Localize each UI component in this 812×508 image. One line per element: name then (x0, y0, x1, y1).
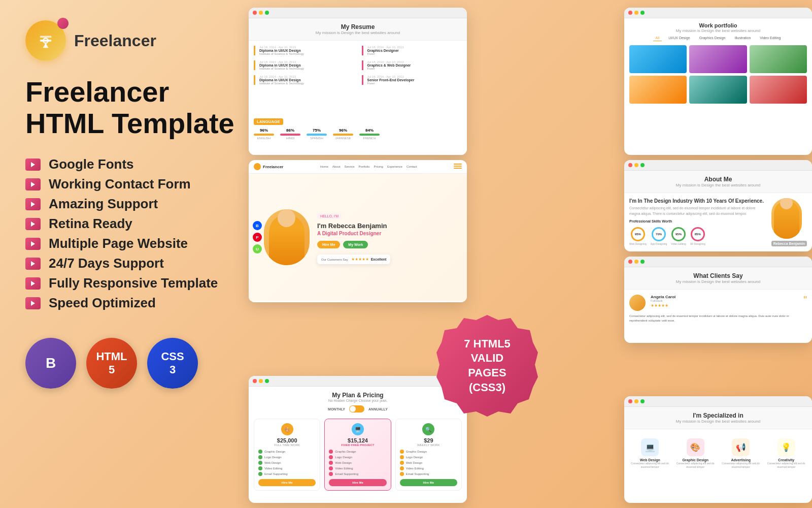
skills-circles: 95% Web Designing 70% App Designing 95% … (629, 227, 766, 245)
testimonial-text: Consectetur adipiscing elit, sed do eius… (629, 314, 807, 323)
hamburger-icon[interactable] (454, 164, 462, 170)
screenshot-testimonials: What Clients Say My mission is Design th… (624, 257, 812, 343)
hero-tag: HELLO, I'M (317, 213, 342, 219)
pricing-type-weekly: WEEKLY WORK (400, 443, 457, 447)
dot-green (640, 163, 645, 167)
testimonial-role: Fullstack (651, 299, 798, 302)
skill-ring-web: 95% (631, 227, 645, 241)
skill-3d-designing: 85% 3D Designing (690, 227, 705, 245)
screenshots-area: My Resume My mission is Design the best … (249, 0, 812, 508)
about-avatar (771, 198, 802, 239)
my-work-button[interactable]: My Work (343, 241, 368, 248)
timeline-item: Jul 18, 2014 - Apr 10, 2013 Diploma in U… (254, 46, 354, 55)
portfolio-tab-illustration[interactable]: Illustration (732, 35, 753, 41)
feature-bullet-contact (25, 178, 41, 190)
feature-item: Email Supporting (258, 472, 316, 476)
hire-me-btn-green[interactable]: Hire Me (400, 479, 457, 486)
html5-symbol: HTML (96, 350, 127, 363)
pricing-price-fixed: $15,124 (329, 437, 386, 443)
screenshot-about: About Me My mission is Design the best w… (624, 160, 812, 251)
feature-google-fonts: Google Fonts (25, 156, 259, 172)
hero-nav-links: Home About Service Portfolio Pricing Exp… (320, 165, 417, 168)
lang-french: 84% FRENCH (359, 128, 380, 140)
feature-label: Retina Ready (49, 216, 132, 232)
pricing-toggle: MONTHLY ANNUALLY (249, 405, 467, 412)
portfolio-nav: All UI/UX Design Graphics Design Illustr… (629, 35, 807, 41)
pricing-card-fixed: 🖥️ $15,124 FIXED FREE PROJECT Graphic De… (324, 419, 391, 491)
portfolio-item-6 (750, 76, 807, 104)
creativity-title: Creativity (766, 458, 807, 462)
language-label: LANGUAGE (254, 118, 283, 125)
resume-body: Jul 18, 2014 - Apr 10, 2013 Diploma in U… (249, 41, 467, 155)
specialized-graphic-design: 🎨 Graphic Design Consectetur adipiscing … (675, 438, 717, 469)
web-design-icon: 💻 (641, 438, 659, 456)
portfolio-tab-uiux[interactable]: UI/UX Design (666, 35, 692, 41)
screenshot-pricing: My Plan & Pricing No Hidden Charge Choos… (249, 376, 467, 503)
testimonials-content: Angela Carol Fullstack ★★★★★ " Consectet… (624, 290, 812, 328)
dot-yellow (259, 11, 263, 15)
hero-buttons: Hire Me My Work (317, 241, 462, 248)
pricing-icon-fixed: 🖥️ (352, 423, 364, 435)
hire-me-button[interactable]: Hire Me (317, 241, 340, 248)
pricing-card-fulltime: 🎨 $25,000 FULL TIME WORK Graphic Design … (254, 419, 320, 491)
pricing-card-weekly: 🔍 $29 WEEKLY WORK Graphic Design Logo De… (395, 419, 462, 491)
hero-nav-pricing[interactable]: Pricing (374, 165, 383, 168)
hero-nav-home[interactable]: Home (320, 165, 328, 168)
specialized-header: I'm Specialized in My mission is Design … (624, 407, 812, 429)
feature-bullet-multiple (25, 238, 41, 250)
dot-green (265, 11, 269, 15)
quote-icon: " (803, 295, 807, 305)
hero-nav-about[interactable]: About (332, 165, 341, 168)
advertising-title: Advertising (720, 458, 762, 462)
pricing-price-fulltime: $25,000 (258, 437, 316, 443)
portfolio-tab-graphics[interactable]: Graphics Design (697, 35, 728, 41)
specialized-web-design: 💻 Web Design Consectetur adipiscing elit… (629, 438, 671, 469)
feature-label: Google Fonts (49, 156, 134, 172)
rating-row: ★★★★★ Excellent (351, 257, 387, 262)
portfolio-grid (629, 45, 807, 104)
dot-green (265, 379, 269, 383)
testimonial-body: Angela Carol Fullstack ★★★★★ (651, 295, 798, 309)
about-subtitle: My mission is Design the best websites a… (632, 183, 804, 187)
pinterest-icon[interactable]: P (253, 233, 262, 242)
portfolio-tab-all[interactable]: All (653, 35, 662, 41)
hire-me-btn-orange[interactable]: Hire Me (258, 479, 316, 486)
feature-item: Web Design (400, 461, 457, 465)
about-title: About Me (632, 176, 804, 183)
dot-yellow (634, 260, 638, 264)
pricing-price-weekly: $29 (400, 437, 457, 443)
toggle-switch[interactable] (349, 405, 364, 412)
hero-nav-portfolio[interactable]: Portfolio (359, 165, 370, 168)
upwork-icon[interactable]: U (253, 244, 262, 253)
hero-nav-contact[interactable]: Contact (407, 165, 417, 168)
hire-me-btn-pink[interactable]: Hire Me (329, 479, 386, 486)
specialized-advertising: 📢 Advertising Consectetur adipiscing eli… (720, 438, 762, 469)
html5-version: 5 (109, 363, 115, 376)
excellent-label: Excellent (371, 258, 387, 261)
bootstrap-symbol: B (46, 355, 56, 371)
dot-green (640, 11, 645, 15)
testimonial-avatar (629, 295, 646, 311)
hero-nav-experience[interactable]: Experience (387, 165, 402, 168)
resume-title: My Resume (256, 23, 459, 30)
feature-item: Email Supporting (329, 472, 386, 476)
graphic-design-icon: 🎨 (687, 438, 704, 456)
hero-nav-service[interactable]: Service (345, 165, 355, 168)
graphic-design-title: Graphic Design (675, 458, 717, 462)
dot-red (628, 163, 632, 167)
screenshot-resume: My Resume My mission is Design the best … (249, 8, 467, 155)
about-avatar-wrap: Rebecca Benjamin (771, 198, 807, 246)
behance-icon[interactable]: B (253, 221, 262, 230)
feature-bullet-speed (25, 297, 41, 309)
about-text: I'm In The Design Industry With 10 Years… (629, 198, 766, 245)
feature-bullet-247 (25, 258, 41, 270)
social-floats: B P U (253, 221, 262, 253)
feature-item: Video Editing (400, 466, 457, 470)
portfolio-item-3 (750, 45, 807, 73)
hero-avatar (264, 209, 310, 265)
dot-red (628, 11, 632, 15)
portfolio-tab-video[interactable]: Video Editing (757, 35, 783, 41)
creativity-desc: Consectetur adipiscing elit sed do eiusm… (766, 462, 807, 469)
advertising-icon: 📢 (732, 438, 750, 456)
hero-navbar: Freelancer Home About Service Portfolio … (249, 160, 467, 174)
